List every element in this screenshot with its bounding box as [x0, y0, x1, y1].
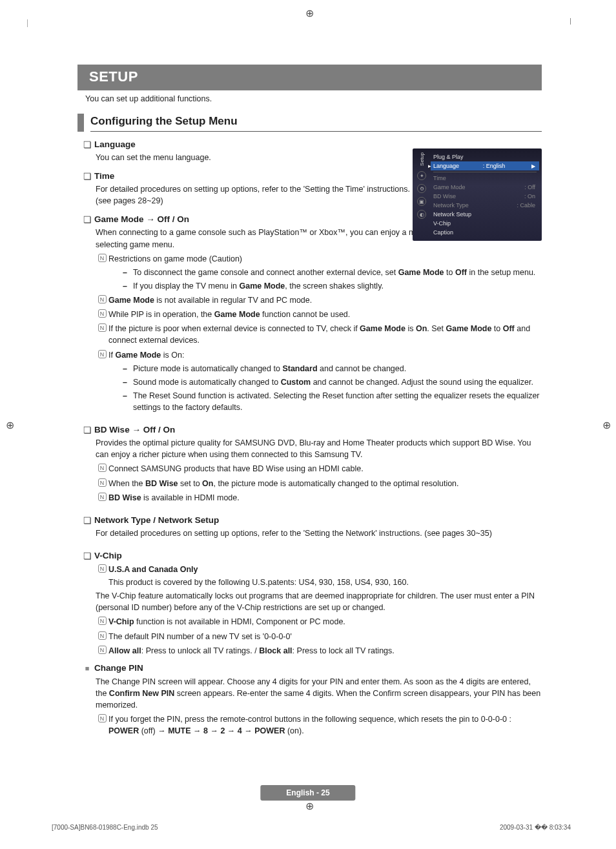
t: While PIP is in operation, the [108, 310, 214, 319]
osd-label: Time [433, 175, 446, 181]
notes: N U.S.A and Canada Only This product is … [96, 564, 542, 588]
dash-icon: – [123, 267, 133, 278]
t: function cannot be used. [260, 310, 351, 319]
item-body: The V-Chip feature automatically locks o… [96, 590, 542, 613]
note: N If the picture is poor when external d… [96, 323, 542, 346]
dash-item: – The Reset Sound function is activated.… [123, 390, 542, 413]
note-text: Restrictions on game mode (Caution) [108, 253, 542, 265]
t: is On: [161, 351, 184, 360]
subheading-bar [77, 114, 84, 132]
t: Custom [281, 378, 311, 387]
bullet-icon: ❏ [80, 171, 94, 181]
dash-item: – To disconnect the game console and con… [123, 267, 542, 278]
osd-row: Plug & Play [431, 152, 539, 161]
note: N If you forget the PIN, press the remot… [96, 713, 542, 737]
t: Picture mode is automatically changed to [133, 364, 282, 373]
osd-side-icon: ◐ [417, 210, 426, 219]
note: N U.S.A and Canada Only [96, 564, 542, 575]
dash-icon: – [123, 363, 133, 374]
item-network: ❏ Network Type / Network Setup [80, 515, 542, 526]
osd-side-icon: ⚙ [417, 184, 426, 193]
t: Confirm New PIN [109, 689, 174, 698]
t: to [491, 324, 502, 333]
t: Game Mode [115, 351, 161, 360]
page: ⊕ ⊕ ⊕ ⊕ SETUP You can set up additional … [0, 0, 616, 849]
item-body: For detailed procedures on setting up op… [96, 527, 542, 539]
note-icon: N [96, 616, 108, 626]
item-body: The Change PIN screen will appear. Choos… [96, 676, 542, 711]
osd-side-icon: ▣ [417, 197, 426, 206]
note-icon: N [96, 323, 108, 333]
t: Sound mode is automatically changed to [133, 378, 281, 387]
t: and cannot be changed. Adjust the sound … [311, 378, 533, 387]
t: On [416, 324, 427, 333]
t: → [225, 726, 237, 735]
osd-preview: Setup ✦ ⚙ ▣ ◐ Plug & Play Language: Engl… [413, 148, 542, 241]
t: is [406, 324, 416, 333]
note-text: The default PIN number of a new TV set i… [108, 631, 542, 642]
t: On [202, 479, 213, 488]
subheading-text: Configuring the Setup Menu [90, 114, 542, 132]
t: (on). [285, 726, 303, 735]
note-icon: N [96, 309, 108, 319]
dash-icon: – [123, 280, 133, 292]
osd-value: : Off [524, 184, 535, 190]
osd-side-label: Setup [419, 152, 425, 166]
t: Game Mode [239, 281, 285, 291]
osd-value: : English [483, 163, 506, 169]
note-icon: N [96, 294, 108, 305]
item-title: Network Type / Network Setup [94, 515, 219, 525]
note-text: If Game Mode is On: [108, 349, 542, 361]
osd-label: V-Chip [433, 220, 451, 227]
intro-text: You can set up additional functions. [85, 94, 542, 103]
item-title: Change PIN [94, 663, 143, 673]
osd-row: V-Chip [431, 219, 539, 228]
dash-text: To disconnect the game console and conne… [133, 267, 542, 278]
note: N If Game Mode is On: [96, 349, 542, 361]
note-text: U.S.A and Canada Only [108, 564, 542, 575]
registration-mark-left: ⊕ [4, 420, 15, 431]
note-body: This product is covered by the following… [108, 577, 542, 588]
t: Standard [282, 364, 317, 373]
t: function is not available in HDMI, Compo… [134, 617, 345, 626]
page-footer: English - 25 [260, 785, 355, 801]
t: MUTE [168, 726, 190, 735]
t: Off [455, 268, 467, 277]
note: N The default PIN number of a new TV set… [96, 631, 542, 642]
note-icon: N [96, 492, 108, 502]
t: BD Wise [145, 479, 178, 488]
t: When the [108, 479, 145, 488]
note-text: When the BD Wise set to On, the picture … [108, 478, 542, 489]
note-icon: N [96, 713, 108, 724]
dash-text: If you display the TV menu in Game Mode,… [133, 280, 542, 292]
note-text: V-Chip function is not available in HDMI… [108, 616, 542, 628]
crop-mark [27, 19, 28, 27]
t: , the picture mode is automatically chan… [213, 479, 458, 488]
osd-label: BD Wise [433, 193, 456, 199]
content: ❏ Language You can set the menu language… [80, 139, 416, 207]
osd-label: Caption [433, 229, 453, 236]
t: , the screen shakes slightly. [285, 281, 384, 291]
item-title: Time [94, 171, 114, 181]
t: Game Mode [398, 268, 444, 277]
item-title: Game Mode → Off / On [94, 214, 189, 224]
t: Off [503, 324, 515, 333]
dash-item: – Sound mode is automatically changed to… [123, 376, 542, 388]
osd-label: Plug & Play [433, 154, 464, 160]
note-text: Allow all: Press to unlock all TV rating… [108, 645, 542, 657]
notes: N If you forget the PIN, press the remot… [96, 713, 542, 737]
t: is available in HDMI mode. [141, 493, 240, 502]
note-text: Game Mode is not available in regular TV… [108, 294, 542, 306]
osd-label: Network Setup [433, 211, 471, 218]
t: . Set [427, 324, 446, 333]
osd-sidebar: Setup ✦ ⚙ ▣ ◐ [415, 152, 428, 237]
note-icon: N [96, 349, 108, 360]
t: If [108, 351, 115, 360]
t: and cannot be changed. [318, 364, 407, 373]
note-text: Connect SAMSUNG products that have BD Wi… [108, 463, 542, 475]
bullet-icon: ❏ [80, 214, 94, 225]
t: in the setup menu. [467, 268, 535, 277]
note-text: If the picture is poor when external dev… [108, 323, 542, 346]
t: V-Chip [108, 617, 134, 626]
meta-left: [7000-SA]BN68-01988C-Eng.indb 25 [52, 824, 158, 831]
